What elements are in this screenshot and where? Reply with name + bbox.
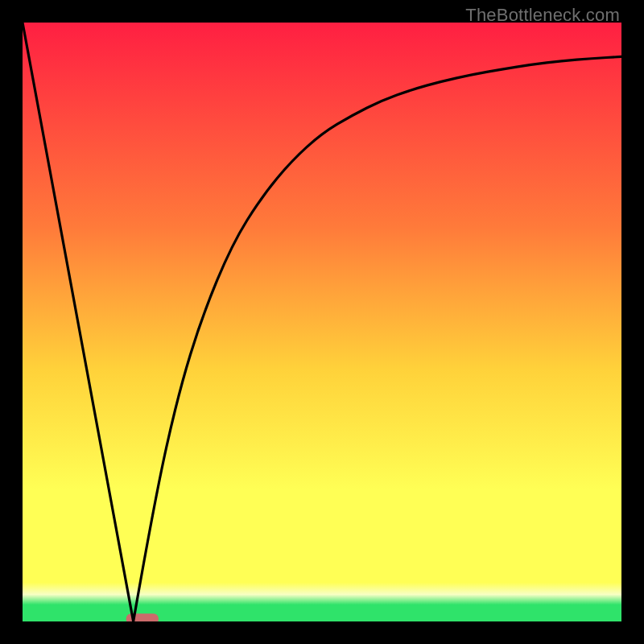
bottleneck-chart — [23, 23, 621, 621]
gradient-background — [23, 23, 621, 621]
chart-frame — [23, 23, 621, 621]
